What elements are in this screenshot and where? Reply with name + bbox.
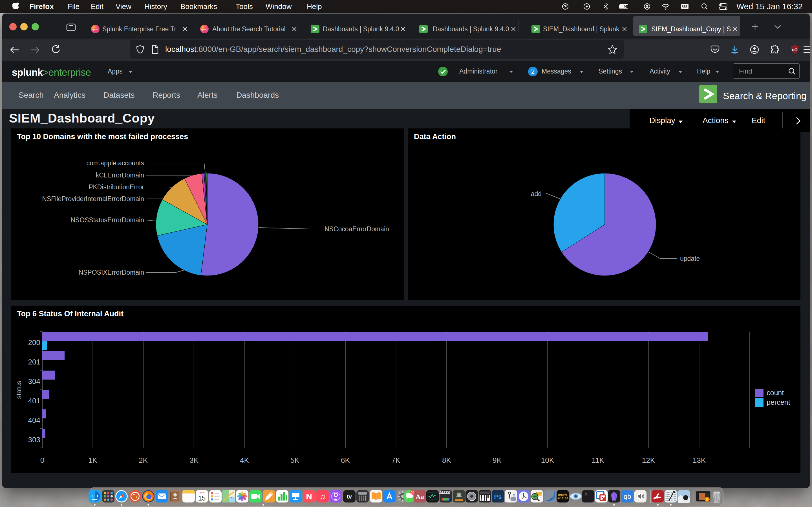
svg-text:7K: 7K <box>391 456 400 464</box>
svg-text:Ps: Ps <box>494 493 502 500</box>
svg-text:>_: >_ <box>585 492 590 497</box>
svg-text:3K: 3K <box>190 456 199 464</box>
svg-text:NSOSStatusErrorDomain: NSOSStatusErrorDomain <box>70 216 144 224</box>
svg-text:12K: 12K <box>642 456 655 464</box>
svg-text:PKDistributionError: PKDistributionError <box>89 183 144 191</box>
svg-text:update: update <box>680 255 700 262</box>
svg-text:8K: 8K <box>442 456 451 464</box>
svg-text:2K: 2K <box>139 456 148 464</box>
svg-text:0: 0 <box>40 456 44 464</box>
svg-text:percent: percent <box>767 398 790 406</box>
svg-text:add: add <box>531 190 542 198</box>
svg-text:AY 7:36: AY 7:36 <box>557 497 568 500</box>
svg-text:♫: ♫ <box>319 492 326 501</box>
svg-text:com.apple.accounts: com.apple.accounts <box>86 159 144 167</box>
svg-text:JAN: JAN <box>199 491 204 494</box>
svg-text:N: N <box>306 492 312 501</box>
svg-text:tv: tv <box>347 494 352 500</box>
svg-text:5K: 5K <box>290 456 299 464</box>
svg-text:kCLErrorDomain: kCLErrorDomain <box>96 172 144 179</box>
svg-text:WARNIN: WARNIN <box>558 494 567 497</box>
svg-text:6K: 6K <box>341 456 350 464</box>
svg-text:201: 201 <box>28 358 40 366</box>
svg-text:13K: 13K <box>693 456 706 464</box>
svg-text:11K: 11K <box>592 456 605 464</box>
svg-text:splunk: splunk <box>201 28 208 31</box>
svg-text:splunk: splunk <box>92 28 99 31</box>
svg-text:qb: qb <box>624 493 631 500</box>
svg-text:304: 304 <box>28 377 40 386</box>
svg-text:1K: 1K <box>88 456 97 464</box>
svg-text:count: count <box>767 389 784 397</box>
svg-text:2: 2 <box>531 68 535 75</box>
svg-text:status: status <box>15 381 22 399</box>
svg-text:303: 303 <box>28 436 40 444</box>
svg-text:401: 401 <box>28 397 40 405</box>
svg-text:4534 6750: 4534 6750 <box>665 499 676 502</box>
svg-text:10K: 10K <box>541 456 554 464</box>
svg-text:NSFileProviderInternalErrorDom: NSFileProviderInternalErrorDomain <box>42 195 144 203</box>
svg-text:4K: 4K <box>240 456 249 464</box>
svg-text:uO: uO <box>792 48 798 52</box>
svg-text:9K: 9K <box>493 456 502 464</box>
svg-text:NSPOSIXErrorDomain: NSPOSIXErrorDomain <box>79 269 144 276</box>
svg-text:15: 15 <box>198 494 206 502</box>
svg-text:404: 404 <box>28 416 40 425</box>
svg-text:Aa: Aa <box>416 493 424 500</box>
svg-text:200: 200 <box>28 338 40 347</box>
svg-text:NSCocoaErrorDomain: NSCocoaErrorDomain <box>324 225 389 233</box>
